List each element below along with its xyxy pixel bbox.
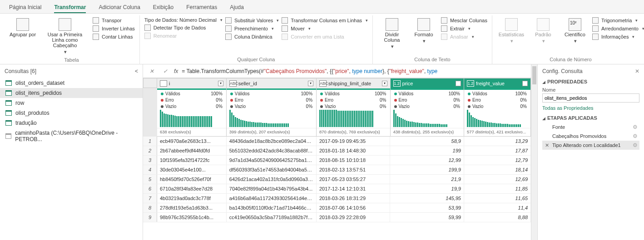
filter-icon[interactable]: ▾ — [382, 81, 387, 86]
merge-columns-button[interactable]: Mesclar Colunas — [441, 17, 487, 24]
filter-icon[interactable]: ▾ — [456, 81, 461, 86]
query-name-input[interactable] — [542, 93, 639, 103]
cell[interactable]: 59,99 — [390, 213, 464, 222]
tab-ferramentas[interactable]: Ferramentas — [186, 3, 217, 13]
trig-button[interactable]: Trigonometria▾ — [592, 17, 644, 24]
cell[interactable]: 5b51032eddd242adc84c38acab88f2... — [227, 146, 317, 155]
cancel-formula-icon[interactable]: ✕ — [147, 68, 157, 74]
count-rows-button[interactable]: Contar Linhas — [93, 34, 135, 40]
cell[interactable]: 11,85 — [464, 184, 531, 193]
table-row[interactable]: 1ecb4970a6e2683c13...48436dade18ac8b2bce… — [143, 137, 531, 146]
close-panel-icon[interactable]: ✕ — [635, 68, 639, 74]
cell[interactable]: 48436dade18ac8b2bce089ec2a0412... — [227, 137, 317, 146]
applied-step[interactable]: Cabeçalhos Promovidos⚙ — [542, 132, 639, 141]
formula-text[interactable]: = Table.TransformColumnTypes(#"Cabeçalho… — [182, 68, 437, 74]
row-number-header[interactable] — [143, 78, 157, 88]
cell[interactable]: 145,95 — [390, 194, 464, 203]
cell[interactable]: 8,88 — [464, 213, 531, 222]
type-icon[interactable]: 1.2 — [393, 80, 401, 87]
gear-icon[interactable]: ⚙ — [633, 133, 638, 139]
type-icon[interactable]: ABC — [229, 80, 237, 87]
type-icon[interactable]: 1.2 — [467, 80, 474, 87]
detect-type-button[interactable]: Detectar Tipo de Dados — [144, 24, 223, 31]
column-header[interactable]: 1.2price▾ — [391, 78, 464, 88]
query-item[interactable]: caminhoPasta (C:\Users\F6BQ\OneDrive - P… — [0, 128, 143, 144]
table-row[interactable]: 5hb8450f9d70c526ef70f6426d21aca402a131fc… — [143, 175, 531, 184]
cell[interactable]: ecb4970a6e2683c13... — [157, 137, 227, 146]
all-properties-link[interactable]: Todas as Propriedades — [542, 105, 639, 111]
info-button[interactable]: Informações▾ — [592, 34, 644, 40]
table-row[interactable]: 8278dfd193e5a1d63b3...ba143b05f0110f0dc7… — [143, 203, 531, 213]
replace-values-button[interactable]: Substituir Valores▾ — [225, 17, 279, 24]
cell[interactable]: 2018-03-29 22:28:09 — [317, 213, 391, 222]
column-header[interactable]: 1.2freight_value▾ — [464, 78, 530, 88]
table-row[interactable]: 74b03219ad0adc3c778fa416b6a846a117243930… — [143, 194, 531, 203]
cell[interactable]: cc419e0650a3c5ba77189a1882b7f5... — [227, 213, 317, 222]
filter-icon[interactable]: ▾ — [218, 81, 223, 86]
scientific-button[interactable]: 10²Científico▾ — [560, 16, 590, 45]
vertical-scrollbar[interactable] — [531, 64, 537, 240]
cell[interactable]: 6710a28f34fa83ee7d28 — [157, 184, 227, 193]
cell[interactable]: 2018-08-15 10:10:18 — [317, 156, 391, 165]
cell[interactable]: 12,69 — [464, 175, 531, 184]
data-type-button[interactable]: Tipo de Dados: Número Decimal▾ — [144, 17, 223, 23]
transpose-button[interactable]: Transpor — [93, 17, 135, 24]
cell[interactable]: 12,99 — [390, 156, 464, 165]
reverse-rows-button[interactable]: Inverter Linhas — [93, 25, 135, 32]
cell[interactable]: 21,9 — [390, 175, 464, 184]
cell[interactable]: 30de03045e4e100... — [157, 165, 227, 174]
cell[interactable]: 2018-02-13 13:57:51 — [317, 165, 391, 174]
cell[interactable]: 278dfd193e5a1d63b3... — [157, 203, 227, 212]
cell[interactable]: 18,14 — [464, 165, 531, 174]
filter-icon[interactable]: ▾ — [308, 81, 313, 86]
cell[interactable]: 10f1595efa32f14722fc — [157, 156, 227, 165]
type-icon[interactable] — [160, 80, 167, 87]
filter-icon[interactable]: ▾ — [522, 81, 528, 86]
cell[interactable]: 2018-01-18 14:48:30 — [317, 146, 391, 155]
use-first-row-headers-button[interactable]: Usar a Primeira Linha como Cabeçalho▾ — [40, 16, 90, 56]
format-button[interactable]: Formato▾ — [409, 16, 438, 45]
cell[interactable]: 199,9 — [390, 165, 464, 174]
table-row[interactable]: 310f1595efa32f14722fc9d7a1d34a5052409006… — [143, 156, 531, 165]
column-header[interactable]: i▾ — [157, 78, 226, 88]
cell[interactable]: 7040e82f899a04d1b434b795a43b4... — [227, 184, 317, 193]
tab-exibição[interactable]: Exibição — [153, 3, 173, 13]
applied-step[interactable]: ✕Tipo Alterado com Localidade1⚙ — [542, 141, 639, 150]
cell[interactable]: 17,87 — [464, 146, 531, 155]
cell[interactable]: 12,79 — [464, 156, 531, 165]
fx-icon[interactable]: fx — [174, 68, 178, 74]
cell[interactable]: 98b976c352955b1c4b... — [157, 213, 227, 222]
cell[interactable]: 4b03219ad0adc3c778f — [157, 194, 227, 203]
cell[interactable]: 13,29 — [464, 137, 531, 146]
tab-página-inicial[interactable]: Página Inicial — [9, 3, 41, 13]
cell[interactable]: 9d7a1d34a5052409006425275ba1c... — [227, 156, 317, 165]
rounding-button[interactable]: Arredondamento▾ — [592, 25, 644, 32]
tab-adicionar-coluna[interactable]: Adicionar Coluna — [99, 3, 140, 13]
delete-step-icon[interactable]: ✕ — [545, 142, 549, 148]
type-icon[interactable]: ABC — [319, 80, 327, 87]
cell[interactable]: df560393f3a51e74553ab94004ba5c... — [227, 165, 317, 174]
cell[interactable]: 2018-03-26 18:31:29 — [317, 194, 391, 203]
confirm-formula-icon[interactable]: ✓ — [160, 68, 170, 74]
cell[interactable]: hb8450f9d70c526ef70f — [157, 175, 227, 184]
cell[interactable]: a416b6a846a11724393025641d4ed... — [227, 194, 317, 203]
cell[interactable]: ba143b05f0110f0dc71ad71b4466ce... — [227, 203, 317, 212]
column-header[interactable]: ABCshipping_limit_date▾ — [317, 78, 390, 88]
cell[interactable]: 11,4 — [464, 203, 531, 212]
cell[interactable]: 2b67abbeef9df44fd0fd — [157, 146, 227, 155]
query-item[interactable]: olist_produtos — [0, 108, 143, 118]
column-header[interactable]: ABCseller_id▾ — [227, 78, 316, 88]
table-row[interactable]: 66710a28f34fa83ee7d287040e82f899a04d1b43… — [143, 184, 531, 194]
query-item[interactable]: row — [0, 98, 143, 108]
pivot-column-button[interactable]: Coluna Dinâmica — [225, 34, 279, 40]
extract-button[interactable]: Extrair▾ — [441, 25, 487, 32]
cell[interactable]: 11,65 — [464, 194, 531, 203]
cell[interactable]: 199 — [390, 146, 464, 155]
cell[interactable]: 2018-07-06 14:10:56 — [317, 203, 391, 212]
query-item[interactable]: tradução — [0, 118, 143, 128]
gear-icon[interactable]: ⚙ — [633, 142, 638, 148]
table-row[interactable]: 22b67abbeef9df44fd0fd5b51032eddd242adc84… — [143, 146, 531, 156]
cell[interactable]: 2017-05-23 03:55:27 — [317, 175, 391, 184]
group-by-button[interactable]: Agrupar por — [8, 16, 37, 39]
gear-icon[interactable]: ⚙ — [633, 124, 638, 130]
